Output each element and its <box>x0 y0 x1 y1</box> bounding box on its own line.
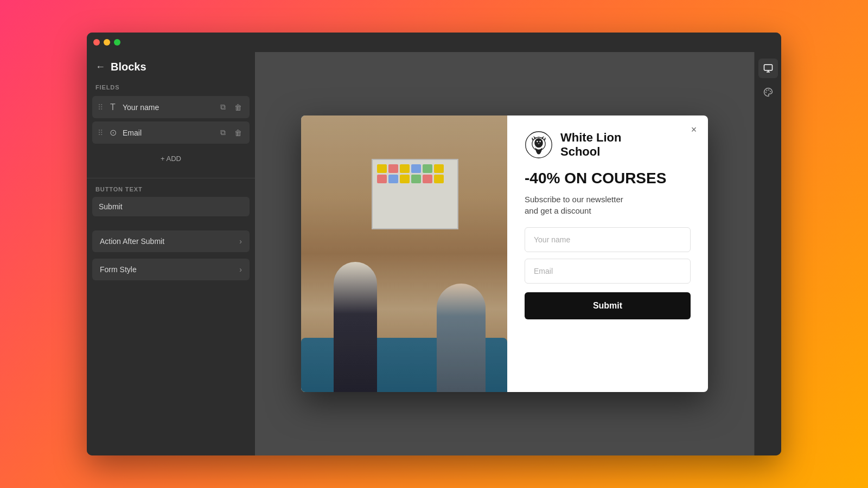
lion-logo-svg <box>525 131 553 159</box>
delete-field-your-name[interactable]: 🗑 <box>232 101 244 113</box>
browser-titlebar <box>87 33 781 52</box>
modal-image-background <box>301 115 507 392</box>
field-name-email: Email <box>123 129 218 137</box>
copy-field-your-name[interactable]: ⧉ <box>218 101 228 113</box>
school-name: White Lion School <box>560 131 621 159</box>
sidebar-title: Blocks <box>111 61 146 73</box>
modal-name-input[interactable] <box>525 227 691 252</box>
field-item-your-name[interactable]: ⠿ T Your name ⧉ 🗑 <box>92 96 250 118</box>
image-overlay <box>301 115 507 392</box>
field-actions-email: ⧉ 🗑 <box>218 127 244 138</box>
text-type-icon-your-name: T <box>107 102 118 112</box>
browser-window: ← Blocks FIELDS ⠿ T Your name ⧉ 🗑 ⠿ ⊙ Em… <box>87 33 781 455</box>
drag-handle-your-name[interactable]: ⠿ <box>98 103 103 112</box>
email-type-icon: ⊙ <box>107 127 118 138</box>
action-after-submit-label: Action After Submit <box>100 237 164 246</box>
form-style-accordion[interactable]: Form Style › <box>92 259 250 280</box>
divider <box>87 178 255 178</box>
svg-point-9 <box>770 92 770 92</box>
field-actions-your-name: ⧉ 🗑 <box>218 101 244 113</box>
drag-handle-email[interactable]: ⠿ <box>98 129 103 137</box>
delete-field-email[interactable]: 🗑 <box>232 127 244 138</box>
modal-logo: White Lion School <box>525 131 691 159</box>
right-sidebar <box>754 52 781 455</box>
modal-image <box>301 115 507 392</box>
button-text-section: BUTTON TEXT <box>87 186 255 216</box>
sidebar: ← Blocks FIELDS ⠿ T Your name ⧉ 🗑 ⠿ ⊙ Em… <box>87 52 255 455</box>
chevron-right-style: › <box>239 265 242 274</box>
form-style-label: Form Style <box>100 265 137 274</box>
svg-point-2 <box>534 138 543 147</box>
modal-submit-button[interactable]: Submit <box>525 292 691 319</box>
traffic-lights <box>93 39 120 46</box>
modal-container: × <box>301 115 708 392</box>
copy-field-email[interactable]: ⧉ <box>218 127 228 138</box>
button-text-input[interactable] <box>92 197 250 216</box>
sidebar-header: ← Blocks <box>87 61 255 84</box>
svg-point-11 <box>765 92 766 93</box>
modal-email-input[interactable] <box>525 259 691 284</box>
button-text-label: BUTTON TEXT <box>92 186 250 197</box>
modal-overlay: × <box>255 52 754 455</box>
action-after-submit-accordion[interactable]: Action After Submit › <box>92 230 250 252</box>
style-icon[interactable] <box>758 82 778 102</box>
modal-headline: -40% ON COURSES <box>525 170 691 187</box>
svg-rect-5 <box>764 65 772 70</box>
desktop-view-icon[interactable] <box>758 59 778 78</box>
main-content: × <box>255 52 754 455</box>
modal-form-side: × <box>507 115 708 392</box>
svg-point-10 <box>767 90 767 91</box>
svg-point-4 <box>539 141 541 143</box>
svg-point-8 <box>768 90 769 91</box>
chevron-right-action: › <box>239 237 242 246</box>
add-field-button[interactable]: + ADD <box>92 149 250 168</box>
browser-body: ← Blocks FIELDS ⠿ T Your name ⧉ 🗑 ⠿ ⊙ Em… <box>87 52 781 455</box>
svg-point-3 <box>537 141 538 143</box>
modal-close-button[interactable]: × <box>686 122 701 137</box>
field-item-email[interactable]: ⠿ ⊙ Email ⧉ 🗑 <box>92 121 250 144</box>
modal-subtext: Subscribe to our newsletter and get a di… <box>525 194 691 216</box>
traffic-light-close[interactable] <box>93 39 100 46</box>
traffic-light-minimize[interactable] <box>104 39 110 46</box>
back-button[interactable]: ← <box>95 61 105 73</box>
fields-section-label: FIELDS <box>87 84 255 96</box>
field-name-your-name: Your name <box>123 103 218 112</box>
traffic-light-maximize[interactable] <box>114 39 120 46</box>
